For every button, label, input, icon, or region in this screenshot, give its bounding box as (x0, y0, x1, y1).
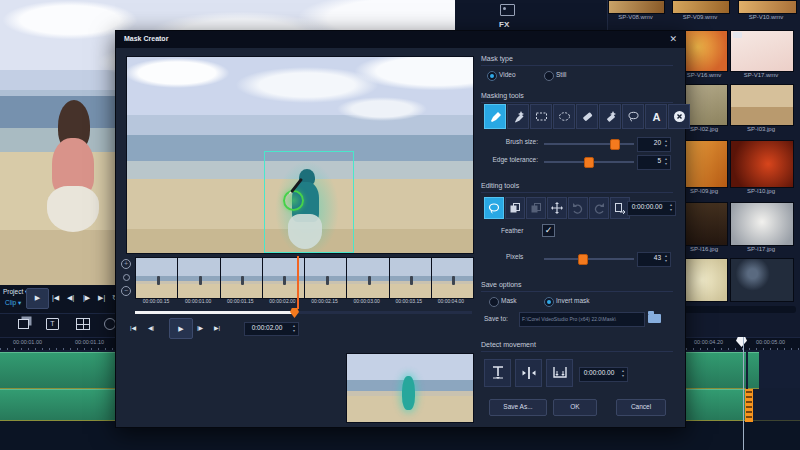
edge-tolerance-stepper[interactable]: ▴▾ (662, 155, 671, 170)
save-as-button[interactable]: Save As... (489, 399, 547, 416)
pixels-slider-handle[interactable] (578, 254, 588, 265)
pixels-stepper[interactable]: ▴▾ (662, 252, 671, 267)
still-radio[interactable] (544, 71, 554, 81)
lasso-tool-icon[interactable] (622, 104, 644, 129)
dialog-filmstrip[interactable] (135, 257, 474, 299)
brush-size-slider-handle[interactable] (610, 139, 620, 150)
library-thumbnail[interactable] (608, 0, 665, 14)
close-icon[interactable]: ✕ (669, 34, 677, 44)
library-thumbnail[interactable] (738, 0, 797, 14)
title-tool-icon[interactable]: T (46, 318, 59, 330)
video-radio[interactable] (487, 71, 497, 81)
end-button[interactable]: ▶| (98, 289, 105, 307)
record-capture-icon[interactable] (18, 319, 29, 329)
edge-tolerance-slider[interactable] (544, 161, 634, 163)
mask-preview-canvas[interactable] (126, 56, 474, 254)
undo-icon[interactable] (568, 197, 588, 219)
filmstrip-frame[interactable] (305, 258, 346, 298)
copy-mask-icon[interactable] (505, 197, 525, 219)
detect-whole-clip-icon[interactable] (484, 359, 511, 387)
clip-trim-handle[interactable] (745, 389, 753, 422)
library-thumbnail[interactable] (684, 258, 728, 302)
detect-duration-icon[interactable] (546, 359, 573, 387)
rectangle-mask-tool-icon[interactable] (530, 104, 552, 129)
brush-size-value[interactable]: 20 (637, 137, 664, 152)
cancel-button[interactable]: Cancel (616, 399, 666, 416)
library-thumbnail[interactable] (730, 140, 794, 188)
timeline-clip[interactable] (684, 352, 746, 389)
pixels-slider[interactable] (544, 258, 634, 260)
edge-tolerance-slider-handle[interactable] (584, 157, 594, 168)
trim-bar-scrubber[interactable] (290, 308, 299, 318)
play-button[interactable]: ▶ (169, 318, 193, 339)
paste-mask-icon[interactable] (526, 197, 546, 219)
timeline-clip[interactable] (0, 352, 118, 389)
filmstrip-frame[interactable] (390, 258, 431, 298)
next-frame-button[interactable]: |▶ (197, 320, 203, 336)
mask-selection-rectangle[interactable] (264, 151, 354, 253)
library-thumbnail[interactable] (684, 140, 728, 188)
smart-brush-tool-icon[interactable] (507, 104, 529, 129)
dialog-titlebar[interactable] (116, 31, 685, 48)
browse-folder-icon[interactable] (648, 314, 661, 323)
go-start-button[interactable]: |◀ (130, 320, 136, 336)
brush-tool-icon[interactable] (484, 104, 506, 129)
current-time-field[interactable]: 0:00:02.00 (244, 322, 292, 336)
mask-outline-tool-icon[interactable] (484, 197, 504, 219)
clip-mode-label[interactable]: Clip ▾ (5, 299, 21, 307)
eraser-tool-icon[interactable] (576, 104, 598, 129)
timeline-clip[interactable] (748, 352, 759, 389)
library-scrollbar[interactable] (684, 306, 796, 313)
storyboard-view-icon[interactable] (76, 318, 90, 330)
pixels-value[interactable]: 43 (637, 252, 664, 267)
timeline-playhead[interactable] (743, 337, 744, 450)
next-frame-button[interactable]: |▶ (83, 289, 90, 307)
filter-category-icon[interactable] (500, 4, 515, 16)
prev-frame-button[interactable]: ◀| (148, 320, 154, 336)
library-thumbnail[interactable] (672, 0, 730, 14)
detect-to-position-icon[interactable] (515, 359, 542, 387)
mask-radio[interactable] (489, 297, 499, 307)
detect-time-field[interactable]: 0:00:00.00 (579, 367, 621, 382)
editing-time-stepper[interactable]: ▴▾ (667, 201, 676, 216)
library-thumbnail[interactable] (684, 202, 728, 246)
fx-category-label[interactable]: FX (499, 20, 509, 29)
time-stepper[interactable]: ▴▾ (290, 322, 299, 336)
zoom-out-icon[interactable]: − (121, 286, 131, 296)
filmstrip-frame[interactable] (136, 258, 177, 298)
zoom-in-icon[interactable]: + (121, 259, 131, 269)
ok-button[interactable]: OK (553, 399, 597, 416)
filmstrip-frame[interactable] (221, 258, 262, 298)
editing-time-field[interactable]: 0:00:00.00 (627, 201, 669, 216)
save-to-field[interactable]: F:\Corel VideoStudio Pro (x64) 22.0\Mask… (519, 312, 645, 327)
invert-mask-radio-label[interactable]: Invert mask (556, 297, 590, 304)
move-mask-icon[interactable] (547, 197, 567, 219)
filmstrip-playhead[interactable] (297, 256, 299, 309)
feather-checkbox[interactable]: ✓ (542, 224, 555, 237)
go-end-button[interactable]: ▶| (214, 320, 220, 336)
library-thumbnail[interactable] (730, 202, 794, 246)
invert-mask-radio[interactable] (544, 297, 554, 307)
project-mode-label[interactable]: Project ▾ (3, 288, 28, 296)
home-button[interactable]: |◀ (52, 289, 59, 307)
text-mask-tool-icon[interactable]: A (645, 104, 667, 129)
edge-tolerance-value[interactable]: 5 (637, 155, 664, 170)
timeline-clip[interactable] (0, 389, 118, 421)
timeline-clip[interactable] (684, 389, 745, 421)
smart-eraser-tool-icon[interactable] (599, 104, 621, 129)
clear-mask-tool-icon[interactable] (668, 104, 690, 129)
still-radio-label[interactable]: Still (556, 71, 566, 78)
brush-size-slider[interactable] (544, 143, 634, 145)
play-button[interactable]: ▶ (26, 288, 49, 309)
previous-frame-button[interactable]: ◀| (67, 289, 74, 307)
library-thumbnail[interactable] (684, 84, 728, 126)
video-radio-label[interactable]: Video (499, 71, 516, 78)
redo-icon[interactable] (589, 197, 609, 219)
brush-size-stepper[interactable]: ▴▾ (662, 137, 671, 152)
zoom-fit-icon[interactable] (123, 274, 130, 281)
filmstrip-frame[interactable] (432, 258, 473, 298)
library-thumbnail[interactable] (730, 84, 794, 126)
library-thumbnail[interactable] (684, 30, 728, 72)
filmstrip-frame[interactable] (347, 258, 388, 298)
detect-time-stepper[interactable]: ▴▾ (619, 367, 628, 382)
